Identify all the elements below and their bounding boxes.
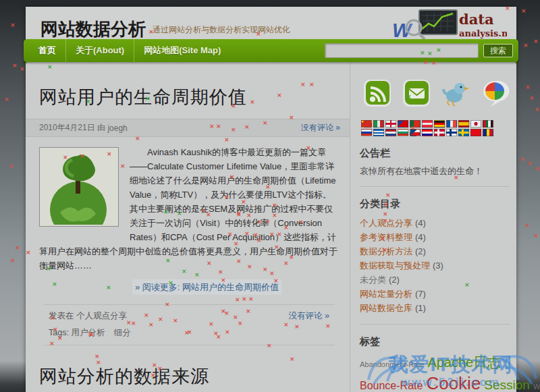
annotation-x-mark: × [12, 63, 18, 69]
annotation-x-mark: × [4, 96, 9, 103]
flag-turkey-icon[interactable] [470, 129, 481, 136]
flag-bulgaria-icon[interactable] [398, 129, 408, 136]
category-link[interactable]: 个人观点分享 [360, 218, 412, 228]
flag-greece-icon[interactable] [373, 129, 384, 136]
tag-cloud-link[interactable]: Abandonment-Rate [360, 360, 424, 368]
annotation-x-mark: × [520, 157, 525, 163]
flag-romania-icon[interactable] [483, 129, 493, 136]
post-author-link[interactable]: joegh [107, 123, 127, 133]
annotation-x-mark: × [20, 66, 25, 72]
main-nav: 首页 关于(About) 网站地图(Site Map) 搜索 [24, 39, 518, 62]
site-title[interactable]: 网站数据分析 [40, 20, 146, 38]
main-column: 网站用户的生命周期价值 2010年4月21日 由 joegh 没有评论 » [26, 62, 350, 392]
tags-label: Tags: [49, 328, 69, 337]
sidebar: 公告栏 哀悼所有在地震中逝去的生命！ 分类目录 个人观点分享(4)参考资料整理(… [350, 62, 516, 392]
annotation-x-mark: × [524, 223, 530, 229]
post-tag-link[interactable]: 细分 [114, 328, 131, 337]
search-box: 搜索 [325, 43, 513, 58]
email-icon[interactable] [402, 78, 431, 108]
tag-cloud-link[interactable]: Cookie [426, 373, 481, 392]
post-by-label: 由 [97, 122, 105, 134]
flag-england-icon[interactable] [385, 120, 396, 128]
category-item: 网站定量分析(7) [360, 287, 510, 301]
tag-cloud-link[interactable]: Session [484, 378, 530, 392]
category-link[interactable]: 网站定量分析 [360, 289, 412, 299]
annotation-x-mark: × [533, 38, 539, 45]
category-link[interactable]: 数据分析方法 [360, 246, 412, 256]
flag-germany-icon[interactable] [434, 120, 445, 128]
tags-heading: 标签 [360, 335, 510, 348]
post-title[interactable]: 网站用户的生命周期价值 [39, 85, 338, 109]
flag-japan-icon[interactable] [470, 120, 481, 128]
social-icons-row [362, 78, 510, 108]
flag-austria-icon[interactable] [422, 120, 433, 128]
flag-italy-icon[interactable] [373, 120, 384, 128]
category-link[interactable]: 数据获取与预处理 [360, 260, 430, 271]
flag-taiwan-icon[interactable] [398, 120, 408, 128]
post-title[interactable]: 网站分析的数据来源 [39, 364, 338, 389]
nav-item-sitemap[interactable]: 网站地图(Site Map) [134, 39, 230, 62]
rss-icon[interactable] [362, 78, 392, 108]
notice-heading: 公告栏 [360, 147, 510, 160]
category-count: (4) [415, 218, 426, 228]
read-more-link[interactable]: » 阅读更多: 网站用户的生命周期价值 [132, 279, 281, 295]
flag-denmark-icon[interactable] [434, 129, 445, 136]
post-date: 2010年4月21日 [39, 122, 95, 134]
post-article-1: 网站用户的生命周期价值 2010年4月21日 由 joegh 没有评论 » [26, 85, 350, 345]
annotation-x-mark: × [523, 43, 529, 49]
tag-cloud-link[interactable]: Apache日志 [427, 355, 500, 370]
tag-cloud-link[interactable]: Bounce-Rate [360, 380, 423, 391]
post-comments-footer-link[interactable]: 没有评论 » [289, 309, 329, 323]
category-item: 个人观点分享(4) [360, 216, 510, 230]
annotation-x-mark: × [9, 163, 14, 169]
logo-text-bottom: analysis.net [459, 28, 507, 38]
flag-finland-icon[interactable] [446, 129, 457, 136]
flag-china-icon[interactable] [361, 120, 372, 128]
category-item: 参考资料整理(4) [360, 230, 510, 244]
twitter-icon[interactable] [441, 78, 470, 108]
annotation-x-mark: × [525, 84, 531, 90]
site-subtitle: 通过网站分析与数据分析实现网站优化 [153, 24, 290, 36]
category-count: (4) [415, 232, 426, 242]
logo-text-top: data [459, 11, 494, 28]
flag-france-icon[interactable] [446, 120, 457, 128]
flag-uae-icon[interactable] [483, 120, 493, 128]
post-category-link[interactable]: 个人观点分享 [76, 311, 127, 320]
category-link[interactable]: 未分类 [360, 275, 386, 285]
post-comments-link[interactable]: 没有评论 » [301, 122, 340, 134]
post-tag-link[interactable]: 用户分析 [71, 328, 105, 337]
flag-portugal-icon[interactable] [410, 120, 421, 128]
search-input[interactable] [325, 43, 479, 58]
category-item: 数据获取与预处理(3) [360, 258, 510, 273]
annotation-x-mark: × [15, 245, 20, 251]
tag-cloud-link[interactable]: Web-Spider [533, 383, 540, 391]
search-button[interactable]: 搜索 [483, 44, 513, 57]
annotation-x-mark: × [533, 233, 539, 239]
flag-spain-icon[interactable] [458, 120, 469, 128]
post-footer: 发表在 个人观点分享 没有评论 » Tags: 用户分析 细分 [43, 304, 335, 345]
annotation-x-mark: × [535, 166, 540, 172]
post-thumbnail-tree-globe[interactable] [39, 147, 119, 227]
category-item: 数据分析方法(2) [360, 244, 510, 258]
category-link[interactable]: 参考资料整理 [360, 232, 412, 242]
flag-russia-icon[interactable] [361, 129, 372, 136]
notice-text: 哀悼所有在地震中逝去的生命！ [360, 165, 510, 177]
buzz-icon[interactable] [480, 78, 510, 108]
flag-list [361, 120, 495, 136]
category-count: (3) [433, 260, 443, 271]
category-link[interactable]: 网站数据仓库 [360, 303, 412, 313]
divider [360, 186, 510, 187]
flag-croatia-icon[interactable] [422, 129, 433, 136]
divider [360, 324, 510, 325]
annotation-x-mark: × [527, 161, 533, 167]
nav-item-about[interactable]: 关于(About) [65, 39, 134, 62]
category-count: (7) [415, 289, 426, 299]
nav-item-home[interactable]: 首页 [29, 39, 65, 62]
category-item: 未分类(2) [360, 273, 510, 287]
post-meta: 2010年4月21日 由 joegh 没有评论 » [26, 119, 350, 137]
tag-cloud: Abandonment-RateApache日志Bounce-RateCooki… [360, 354, 495, 392]
flag-netherlands-icon[interactable] [385, 129, 396, 136]
flag-czech-icon[interactable] [410, 129, 421, 136]
flag-sweden-icon[interactable] [458, 129, 469, 136]
annotation-x-mark: × [529, 95, 535, 101]
